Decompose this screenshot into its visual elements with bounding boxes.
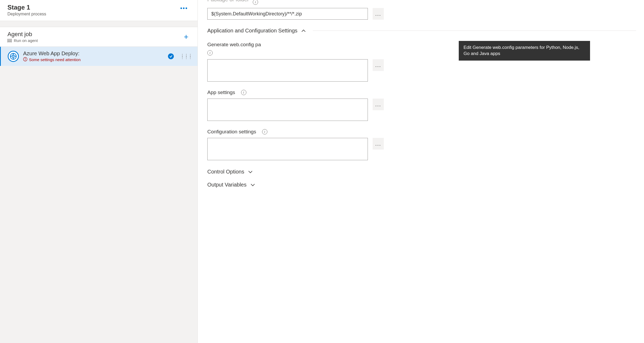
- task-row-azure-web-app-deploy[interactable]: Azure Web App Deploy: Some settings need…: [0, 47, 197, 66]
- warning-icon: [23, 57, 27, 62]
- section-output-variables[interactable]: Output Variables: [207, 182, 636, 188]
- generate-webconfig-label: Generate web.config pa: [207, 42, 261, 48]
- task-enabled-badge[interactable]: [168, 53, 174, 59]
- task-detail-pane: Package or folder i ... Application and …: [198, 0, 644, 343]
- agent-job-subtitle: Run on agent: [14, 38, 38, 43]
- info-icon[interactable]: i: [207, 50, 213, 56]
- task-warning-text: Some settings need attention: [29, 57, 81, 62]
- stage-title: Stage 1: [7, 4, 46, 11]
- svg-point-3: [10, 53, 16, 60]
- section-app-config-settings[interactable]: Application and Configuration Settings: [207, 28, 636, 34]
- configuration-settings-input[interactable]: [207, 138, 368, 160]
- browse-package-button[interactable]: ...: [373, 8, 384, 20]
- package-folder-label-partial: Package or folder i: [207, 0, 258, 5]
- edit-app-settings-button[interactable]: ...: [373, 99, 384, 110]
- edit-config-settings-button[interactable]: ...: [373, 138, 384, 150]
- section-control-options[interactable]: Control Options: [207, 169, 636, 175]
- pipeline-tasks-pane: Stage 1 Deployment process ••• Agent job…: [0, 0, 198, 343]
- svg-rect-1: [7, 40, 12, 41]
- edit-webconfig-button[interactable]: ...: [373, 59, 384, 71]
- add-task-button[interactable]: +: [182, 32, 190, 41]
- generate-webconfig-input[interactable]: [207, 59, 368, 82]
- drag-handle-icon[interactable]: ⋮⋮⋮⋮⋮⋮: [181, 54, 193, 58]
- stage-subtitle: Deployment process: [7, 12, 46, 16]
- svg-rect-0: [7, 39, 12, 40]
- chevron-down-icon: [248, 170, 253, 174]
- app-settings-label: App settings: [207, 90, 235, 95]
- svg-point-6: [25, 60, 26, 61]
- task-title: Azure Web App Deploy:: [23, 50, 164, 57]
- info-icon[interactable]: i: [253, 0, 258, 5]
- configuration-settings-label: Configuration settings: [207, 129, 256, 135]
- stage-more-button[interactable]: •••: [178, 4, 190, 13]
- chevron-up-icon: [301, 28, 306, 33]
- chevron-down-icon: [250, 183, 255, 187]
- app-settings-input[interactable]: [207, 99, 368, 121]
- agent-job-row[interactable]: Agent job Run on agent +: [0, 27, 197, 47]
- tooltip-webconfig: Edit Generate web.config parameters for …: [459, 41, 590, 61]
- info-icon[interactable]: i: [262, 129, 267, 134]
- package-folder-input[interactable]: [207, 8, 368, 20]
- info-icon[interactable]: i: [241, 90, 246, 95]
- server-icon: [7, 39, 12, 43]
- stage-header: Stage 1 Deployment process •••: [0, 0, 197, 21]
- azure-web-app-icon: [8, 51, 19, 62]
- agent-job-title: Agent job: [7, 31, 38, 38]
- svg-rect-2: [7, 41, 12, 43]
